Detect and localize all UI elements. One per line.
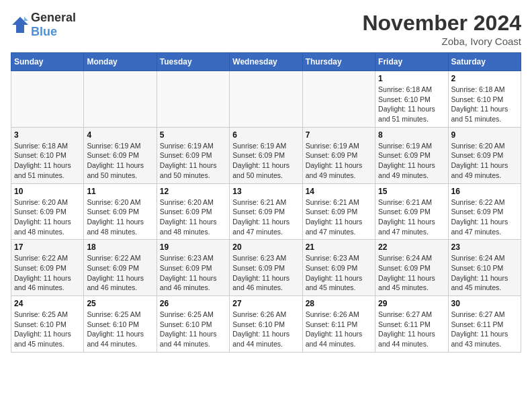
day-number: 16 — [451, 187, 518, 196]
calendar-cell — [302, 71, 375, 128]
calendar-cell: 3Sunrise: 6:18 AM Sunset: 6:10 PM Daylig… — [11, 127, 84, 183]
day-number: 27 — [232, 299, 299, 308]
calendar-cell: 2Sunrise: 6:18 AM Sunset: 6:10 PM Daylig… — [448, 71, 521, 128]
day-info: Sunrise: 6:19 AM Sunset: 6:09 PM Dayligh… — [306, 141, 372, 181]
day-info: Sunrise: 6:22 AM Sunset: 6:09 PM Dayligh… — [87, 253, 153, 293]
location-title: Zoba, Ivory Coast — [362, 36, 521, 47]
day-number: 21 — [306, 242, 372, 252]
day-info: Sunrise: 6:25 AM Sunset: 6:10 PM Dayligh… — [87, 310, 153, 349]
day-number: 7 — [306, 130, 372, 140]
calendar-cell: 12Sunrise: 6:20 AM Sunset: 6:09 PM Dayli… — [157, 183, 229, 240]
weekday-header: Sunday — [11, 53, 84, 71]
day-info: Sunrise: 6:26 AM Sunset: 6:11 PM Dayligh… — [306, 310, 372, 349]
calendar-week-row: 1Sunrise: 6:18 AM Sunset: 6:10 PM Daylig… — [11, 71, 521, 128]
weekday-row: SundayMondayTuesdayWednesdayThursdayFrid… — [11, 53, 521, 71]
weekday-header: Tuesday — [157, 53, 229, 71]
day-number: 11 — [87, 187, 153, 196]
day-number: 25 — [87, 299, 153, 308]
day-number: 14 — [306, 187, 372, 196]
day-info: Sunrise: 6:23 AM Sunset: 6:09 PM Dayligh… — [232, 253, 299, 293]
day-info: Sunrise: 6:19 AM Sunset: 6:09 PM Dayligh… — [232, 141, 299, 181]
day-info: Sunrise: 6:20 AM Sunset: 6:09 PM Dayligh… — [451, 141, 518, 181]
day-info: Sunrise: 6:19 AM Sunset: 6:09 PM Dayligh… — [378, 141, 445, 181]
weekday-header: Saturday — [448, 53, 521, 71]
logo-text-general: General — [31, 11, 76, 24]
day-number: 12 — [160, 187, 226, 196]
day-info: Sunrise: 6:21 AM Sunset: 6:09 PM Dayligh… — [378, 197, 445, 237]
day-number: 4 — [87, 130, 153, 140]
day-number: 20 — [232, 242, 299, 252]
day-info: Sunrise: 6:18 AM Sunset: 6:10 PM Dayligh… — [451, 85, 518, 124]
calendar-cell — [11, 71, 84, 128]
day-info: Sunrise: 6:19 AM Sunset: 6:09 PM Dayligh… — [160, 141, 226, 181]
day-info: Sunrise: 6:25 AM Sunset: 6:10 PM Dayligh… — [14, 310, 81, 349]
day-number: 13 — [232, 187, 299, 196]
calendar-cell: 28Sunrise: 6:26 AM Sunset: 6:11 PM Dayli… — [302, 296, 375, 353]
calendar-cell: 23Sunrise: 6:24 AM Sunset: 6:10 PM Dayli… — [448, 240, 521, 296]
calendar-cell: 10Sunrise: 6:20 AM Sunset: 6:09 PM Dayli… — [11, 183, 84, 240]
day-number: 30 — [451, 299, 518, 308]
day-number: 15 — [378, 187, 445, 196]
day-number: 10 — [14, 187, 81, 196]
day-info: Sunrise: 6:27 AM Sunset: 6:11 PM Dayligh… — [378, 310, 445, 349]
calendar-cell: 5Sunrise: 6:19 AM Sunset: 6:09 PM Daylig… — [157, 127, 229, 183]
calendar-cell: 17Sunrise: 6:22 AM Sunset: 6:09 PM Dayli… — [11, 240, 84, 296]
day-number: 18 — [87, 242, 153, 252]
day-info: Sunrise: 6:22 AM Sunset: 6:09 PM Dayligh… — [451, 197, 518, 237]
title-area: November 2024 Zoba, Ivory Coast — [362, 11, 521, 47]
day-info: Sunrise: 6:19 AM Sunset: 6:09 PM Dayligh… — [87, 141, 153, 181]
day-number: 29 — [378, 299, 445, 308]
calendar-cell: 19Sunrise: 6:23 AM Sunset: 6:09 PM Dayli… — [157, 240, 229, 296]
calendar-cell: 15Sunrise: 6:21 AM Sunset: 6:09 PM Dayli… — [375, 183, 448, 240]
weekday-header: Friday — [375, 53, 448, 71]
day-info: Sunrise: 6:23 AM Sunset: 6:09 PM Dayligh… — [160, 253, 226, 293]
day-info: Sunrise: 6:21 AM Sunset: 6:09 PM Dayligh… — [232, 197, 299, 237]
day-number: 3 — [14, 130, 81, 140]
month-title: November 2024 — [362, 11, 521, 36]
day-number: 17 — [14, 242, 81, 252]
calendar-cell — [84, 71, 157, 128]
day-info: Sunrise: 6:25 AM Sunset: 6:10 PM Dayligh… — [160, 310, 226, 349]
day-number: 19 — [160, 242, 226, 252]
calendar-cell: 1Sunrise: 6:18 AM Sunset: 6:10 PM Daylig… — [375, 71, 448, 128]
calendar-week-row: 3Sunrise: 6:18 AM Sunset: 6:10 PM Daylig… — [11, 127, 521, 183]
calendar-cell: 26Sunrise: 6:25 AM Sunset: 6:10 PM Dayli… — [157, 296, 229, 353]
day-number: 5 — [160, 130, 226, 140]
calendar-cell: 6Sunrise: 6:19 AM Sunset: 6:09 PM Daylig… — [230, 127, 302, 183]
day-number: 28 — [306, 299, 372, 308]
day-info: Sunrise: 6:18 AM Sunset: 6:10 PM Dayligh… — [378, 85, 445, 124]
day-info: Sunrise: 6:18 AM Sunset: 6:10 PM Dayligh… — [14, 141, 81, 181]
calendar-cell — [230, 71, 302, 128]
calendar-cell — [157, 71, 229, 128]
day-number: 24 — [14, 299, 81, 308]
day-info: Sunrise: 6:24 AM Sunset: 6:09 PM Dayligh… — [378, 253, 445, 293]
day-number: 9 — [451, 130, 518, 140]
day-info: Sunrise: 6:20 AM Sunset: 6:09 PM Dayligh… — [87, 197, 153, 237]
day-number: 1 — [378, 74, 445, 83]
day-info: Sunrise: 6:22 AM Sunset: 6:09 PM Dayligh… — [14, 253, 81, 293]
calendar-header: SundayMondayTuesdayWednesdayThursdayFrid… — [11, 53, 521, 71]
calendar-table: SundayMondayTuesdayWednesdayThursdayFrid… — [11, 52, 521, 353]
day-number: 23 — [451, 242, 518, 252]
day-number: 6 — [232, 130, 299, 140]
logo-text-blue: Blue — [31, 25, 57, 38]
calendar-cell: 24Sunrise: 6:25 AM Sunset: 6:10 PM Dayli… — [11, 296, 84, 353]
weekday-header: Wednesday — [230, 53, 302, 71]
day-number: 8 — [378, 130, 445, 140]
weekday-header: Thursday — [302, 53, 375, 71]
calendar-cell: 9Sunrise: 6:20 AM Sunset: 6:09 PM Daylig… — [448, 127, 521, 183]
calendar-cell: 21Sunrise: 6:23 AM Sunset: 6:09 PM Dayli… — [302, 240, 375, 296]
calendar-cell: 18Sunrise: 6:22 AM Sunset: 6:09 PM Dayli… — [84, 240, 157, 296]
day-info: Sunrise: 6:20 AM Sunset: 6:09 PM Dayligh… — [160, 197, 226, 237]
calendar-cell: 11Sunrise: 6:20 AM Sunset: 6:09 PM Dayli… — [84, 183, 157, 240]
day-info: Sunrise: 6:26 AM Sunset: 6:10 PM Dayligh… — [232, 310, 299, 349]
calendar-week-row: 24Sunrise: 6:25 AM Sunset: 6:10 PM Dayli… — [11, 296, 521, 353]
calendar-cell: 22Sunrise: 6:24 AM Sunset: 6:09 PM Dayli… — [375, 240, 448, 296]
day-info: Sunrise: 6:20 AM Sunset: 6:09 PM Dayligh… — [14, 197, 81, 237]
calendar-week-row: 17Sunrise: 6:22 AM Sunset: 6:09 PM Dayli… — [11, 240, 521, 296]
calendar-body: 1Sunrise: 6:18 AM Sunset: 6:10 PM Daylig… — [11, 71, 521, 353]
calendar-week-row: 10Sunrise: 6:20 AM Sunset: 6:09 PM Dayli… — [11, 183, 521, 240]
svg-marker-1 — [24, 17, 28, 21]
calendar-cell: 29Sunrise: 6:27 AM Sunset: 6:11 PM Dayli… — [375, 296, 448, 353]
calendar-cell: 8Sunrise: 6:19 AM Sunset: 6:09 PM Daylig… — [375, 127, 448, 183]
